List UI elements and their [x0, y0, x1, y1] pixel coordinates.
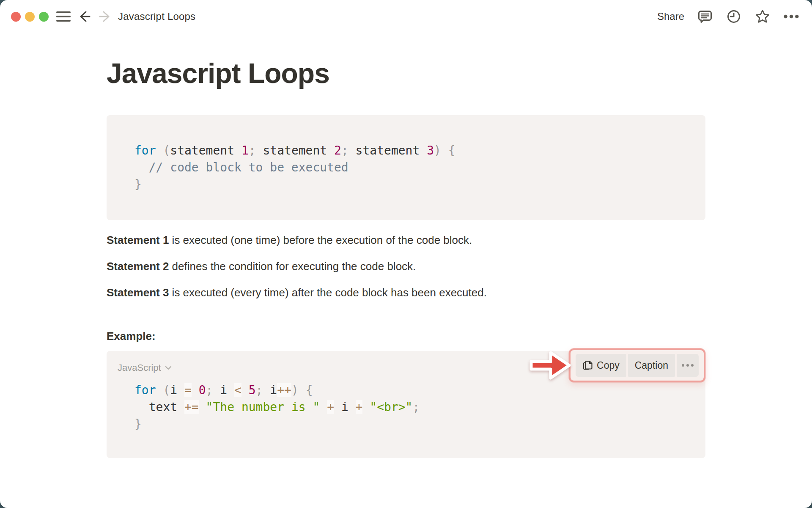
syntax-code-block[interactable]: for (statement 1; statement 2; statement… — [107, 115, 705, 220]
copy-icon — [582, 360, 593, 371]
toolbar-annotation: Copy Caption — [528, 348, 705, 382]
comment-bubble-icon — [697, 9, 713, 24]
clock-icon — [726, 9, 741, 24]
syntax-code: for (statement 1; statement 2; statement… — [134, 142, 689, 193]
paragraph-text: is executed (one time) before the execut… — [169, 234, 472, 246]
favorite-button[interactable] — [754, 8, 771, 25]
paragraph-statement-2: Statement 2 defines the condition for ex… — [107, 259, 705, 273]
topbar-actions: Share — [657, 8, 799, 25]
minimize-window-button[interactable] — [25, 12, 35, 22]
language-label: JavaScript — [118, 359, 161, 376]
more-options-button[interactable] — [783, 8, 799, 25]
language-selector[interactable]: JavaScript — [118, 359, 172, 376]
page-body: Javascript Loops for (statement 1; state… — [107, 55, 705, 458]
example-heading: Example: — [107, 329, 705, 343]
page-title[interactable]: Javascript Loops — [107, 55, 705, 91]
star-icon — [754, 8, 771, 25]
back-button[interactable] — [77, 9, 92, 24]
sidebar-menu-icon[interactable] — [56, 9, 71, 24]
breadcrumb-title[interactable]: Javascript Loops — [118, 11, 195, 22]
copy-button-label: Copy — [597, 357, 620, 374]
paragraph-lead: Statement 2 — [107, 260, 169, 273]
ellipsis-icon — [783, 14, 799, 19]
updates-button[interactable] — [726, 8, 742, 25]
comments-button[interactable] — [697, 8, 713, 25]
ellipsis-icon — [682, 364, 694, 367]
copy-button[interactable]: Copy — [576, 354, 626, 377]
example-code: for (i = 0; i < 5; i++) { text += "The n… — [134, 382, 689, 433]
paragraph-lead: Statement 3 — [107, 286, 169, 299]
code-more-button[interactable] — [677, 354, 699, 377]
forward-button[interactable] — [98, 9, 113, 24]
arrow-right-icon — [98, 9, 112, 24]
arrow-left-icon — [77, 9, 91, 24]
caption-button[interactable]: Caption — [628, 354, 675, 377]
share-button[interactable]: Share — [657, 11, 684, 22]
paragraph-statement-1: Statement 1 is executed (one time) befor… — [107, 233, 705, 247]
paragraph-text: defines the condition for executing the … — [169, 260, 416, 273]
zoom-window-button[interactable] — [39, 12, 49, 22]
code-toolbar-highlight: Copy Caption — [569, 348, 705, 382]
topbar: Javascript Loops Share — [0, 0, 812, 33]
traffic-lights — [11, 12, 49, 22]
red-arrow-icon — [528, 349, 572, 382]
app-window: Javascript Loops Share — [0, 0, 812, 508]
close-window-button[interactable] — [11, 12, 21, 22]
example-code-block[interactable]: JavaScript for (i = 0; i < 5; i++) { tex… — [107, 351, 705, 458]
paragraph-statement-3: Statement 3 is executed (every time) aft… — [107, 285, 705, 300]
paragraph-lead: Statement 1 — [107, 234, 169, 246]
caption-button-label: Caption — [635, 357, 668, 374]
paragraph-text: is executed (every time) after the code … — [169, 286, 487, 299]
chevron-down-icon — [165, 366, 172, 370]
